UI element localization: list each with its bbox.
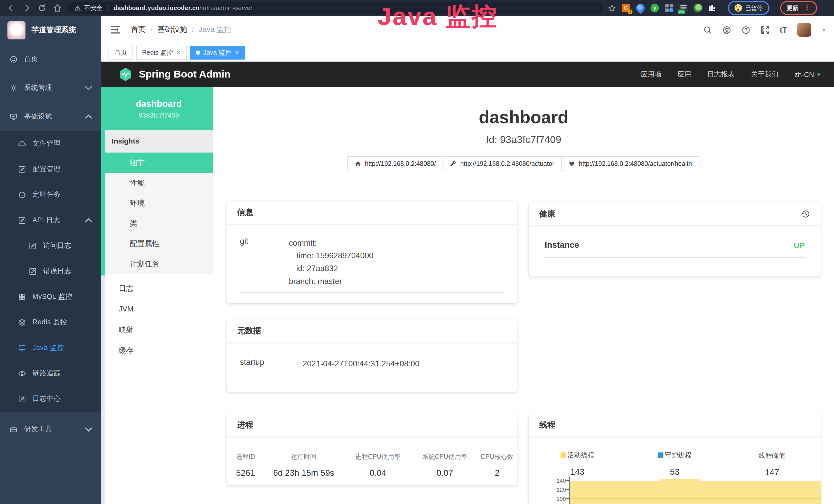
breadcrumb: 首页 / 基础设施 / Java 监控: [131, 25, 232, 35]
admin-sidebar: 芋道管理系统 首页 系统管理 基础设施 文件管理: [0, 16, 101, 504]
update-button[interactable]: 更新 ⋮: [780, 1, 817, 15]
grid-icon: [18, 293, 26, 301]
sidebar-item-system[interactable]: 系统管理: [0, 73, 101, 102]
sidebar-item-api-logs[interactable]: API 日志: [0, 207, 101, 233]
history-icon[interactable]: [801, 209, 810, 218]
service-url-button[interactable]: http://192.168.0.2:48080/: [347, 156, 443, 171]
health-row-label[interactable]: Instance: [545, 240, 579, 250]
sba-instance-header[interactable]: dashboard 93a3fc7f7409: [105, 87, 213, 131]
extensions-puzzle-icon[interactable]: [708, 4, 716, 12]
extension-pin-icon[interactable]: [634, 2, 646, 14]
breadcrumb-separator: /: [192, 25, 194, 34]
security-label: 不安全: [84, 4, 102, 12]
sidebar-item-tracing[interactable]: 链路追踪: [0, 361, 101, 386]
forward-icon[interactable]: [22, 4, 31, 12]
sba-scrollbar-thumb[interactable]: [101, 87, 105, 275]
sba-scrollbar-track[interactable]: [101, 87, 105, 504]
sidebar-item-access-logs[interactable]: 访问日志: [0, 233, 101, 258]
browser-menu-dots-icon[interactable]: ⋮: [804, 5, 811, 11]
language-caret-icon: ▾: [817, 71, 820, 78]
sidebar-item-log-center[interactable]: 日志中心: [0, 386, 101, 411]
extension-leaf-icon[interactable]: [694, 4, 702, 12]
info-card-title: 信息: [226, 201, 518, 225]
stat-process-cpu: 进程CPU使用率 0.04: [343, 452, 413, 478]
extension-icon-orange[interactable]: C1: [622, 4, 630, 12]
sba-item-caches[interactable]: 缓存: [105, 340, 213, 361]
tab-close-icon[interactable]: ✕: [176, 46, 181, 59]
app-logo-row[interactable]: 芋道管理系统: [0, 16, 101, 45]
sba-language-select[interactable]: zh-CN▾: [794, 70, 820, 78]
sba-nav-journal[interactable]: 日志报表: [707, 70, 735, 79]
sba-item-details[interactable]: 细节: [105, 153, 213, 173]
home-icon: [355, 160, 361, 167]
github-icon[interactable]: [722, 25, 731, 34]
font-size-icon[interactable]: tT: [780, 25, 787, 34]
row-divider: [545, 257, 805, 258]
extension-grid-icon[interactable]: [665, 4, 674, 12]
reload-icon[interactable]: [38, 4, 46, 12]
sidebar-toggle-icon[interactable]: [111, 25, 120, 34]
page-tabs: 首页 Redis 监控 ✕ Java 监控 ✕: [101, 44, 834, 62]
fullscreen-icon[interactable]: [761, 25, 770, 34]
sba-item-logs[interactable]: 日志: [105, 278, 213, 299]
tab-close-icon[interactable]: ✕: [235, 46, 239, 59]
sba-item-config-props[interactable]: 配置属性: [105, 233, 213, 254]
address-bar[interactable]: 不安全 dashboard.yudao.iocoder.cn/infra/adm…: [68, 2, 602, 15]
sba-item-jvm[interactable]: JVM: [105, 299, 213, 320]
heartbeat-icon: [569, 160, 575, 167]
spring-boot-admin-logo[interactable]: [118, 67, 133, 82]
sba-item-environment[interactable]: 环境: [105, 193, 213, 213]
bookmark-star-icon[interactable]: [608, 4, 616, 12]
info-value: commit: time: 1596289704000 id: 27aa832 …: [289, 237, 373, 288]
help-icon[interactable]: [742, 25, 750, 34]
insecure-warning-icon: [74, 5, 81, 11]
legend-peak-threads: 线程峰值 147: [723, 450, 821, 478]
sba-nav-about[interactable]: 关于我们: [751, 70, 778, 79]
metadata-value: 2021-04-27T00:44:31.254+08:00: [303, 358, 419, 370]
page-instance-id: Id: 93a3fc7f7409: [213, 134, 834, 146]
breadcrumb-separator: /: [151, 25, 153, 34]
search-icon[interactable]: [703, 25, 712, 34]
tab-java-monitor[interactable]: Java 监控 ✕: [190, 45, 245, 59]
sba-item-classes[interactable]: 类: [105, 213, 213, 233]
sba-nav-applications[interactable]: 应用: [677, 70, 691, 79]
sba-nav-wallboard[interactable]: 应用墙: [641, 70, 662, 79]
tab-redis-monitor[interactable]: Redis 监控 ✕: [136, 45, 187, 59]
sidebar-item-file-management[interactable]: 文件管理: [0, 131, 101, 156]
health-card-body: Instance UP: [529, 226, 821, 258]
page-url: dashboard.yudao.iocoder.cn/infra/admin-s…: [113, 5, 253, 11]
sidebar-item-infra[interactable]: 基础设施: [0, 102, 101, 131]
actuator-url-button[interactable]: http://192.168.0.2:48080/actuator: [443, 156, 562, 171]
stat-system-cpu: 系统CPU使用率 0.07: [413, 452, 477, 478]
wrench-icon: [450, 160, 457, 167]
tab-home[interactable]: 首页: [108, 45, 133, 59]
breadcrumb-infra[interactable]: 基础设施: [157, 25, 187, 35]
sidebar-item-dev-tools[interactable]: 研发工具: [0, 415, 101, 443]
infra-submenu: 文件管理 配置管理 定时任务 API 日志 访问日志: [0, 131, 101, 411]
sidebar-item-config-management[interactable]: 配置管理: [0, 156, 101, 182]
sidebar-item-redis-monitor[interactable]: Redis 监控: [0, 310, 101, 335]
sba-brand-title[interactable]: Spring Boot Admin: [139, 69, 231, 81]
health-url-button[interactable]: http://192.168.0.2:48080/actuator/health: [561, 156, 699, 171]
user-avatar[interactable]: [797, 23, 811, 37]
sidebar-item-java-monitor[interactable]: Java 监控: [0, 335, 101, 361]
sidebar-item-scheduled-tasks[interactable]: 定时任务: [0, 182, 101, 207]
metadata-card-body: startup 2021-04-27T00:44:31.254+08:00: [226, 344, 518, 375]
sba-item-scheduled-tasks[interactable]: 计划任务: [105, 254, 213, 274]
y-tick-120: 120: [529, 486, 566, 493]
sidebar-item-mysql-monitor[interactable]: MySQL 监控: [0, 284, 101, 310]
sba-item-mappings[interactable]: 映射: [105, 320, 213, 340]
health-card-title: 健康: [540, 209, 555, 219]
sba-item-metrics[interactable]: 性能: [105, 173, 213, 193]
extension-icon-green[interactable]: y: [651, 4, 659, 12]
back-icon[interactable]: [7, 4, 16, 12]
home-icon[interactable]: [53, 4, 62, 12]
paused-pill[interactable]: 已暂停: [728, 1, 769, 15]
sidebar-item-error-logs[interactable]: 错误日志: [0, 258, 101, 284]
edit-icon: [18, 165, 26, 173]
sidebar-item-home[interactable]: 首页: [0, 45, 101, 73]
y-tick-140: 140: [529, 478, 566, 484]
avatar-caret-icon[interactable]: ▼: [821, 27, 827, 33]
extension-switch-icon[interactable]: on: [679, 4, 687, 12]
breadcrumb-home[interactable]: 首页: [131, 25, 146, 35]
